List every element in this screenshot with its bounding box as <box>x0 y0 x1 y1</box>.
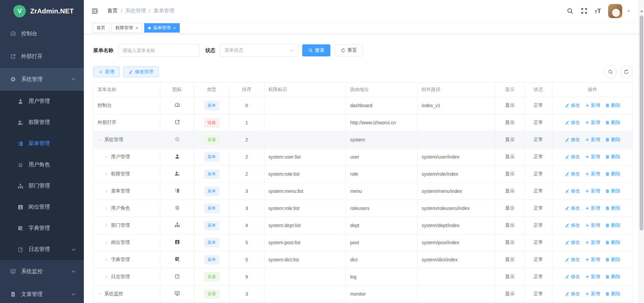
sidebar-item-menu[interactable]: 菜单管理 <box>0 133 84 154</box>
edit-link[interactable]: 修改 <box>565 222 580 228</box>
edit-icon <box>565 172 570 176</box>
delete-link[interactable]: 删除 <box>605 257 621 263</box>
delete-link[interactable]: 删除 <box>605 222 621 228</box>
sidebar-item-post[interactable]: 岗位管理 <box>0 197 84 218</box>
add-link[interactable]: 新增 <box>585 102 600 109</box>
delete-link[interactable]: 删除 <box>605 205 621 211</box>
edit-sort-button[interactable]: 修改排序 <box>123 67 159 77</box>
add-link[interactable]: 新增 <box>585 222 600 228</box>
search-button[interactable]: 搜索 <box>302 44 330 56</box>
collapse-arrow-icon[interactable] <box>104 241 111 245</box>
delete-link[interactable]: 删除 <box>605 137 621 143</box>
search-button-label: 搜索 <box>315 47 324 53</box>
delete-link[interactable]: 删除 <box>605 240 621 246</box>
menu-name: 部门管理 <box>111 222 130 228</box>
collapse-arrow-icon[interactable] <box>104 258 111 262</box>
sidebar-item-log[interactable]: 日志管理 <box>0 239 84 260</box>
menu-name-cell: 菜单管理 <box>98 188 156 194</box>
add-link[interactable]: 新增 <box>585 171 600 177</box>
edit-link[interactable]: 修改 <box>565 102 580 109</box>
sidebar-item-label: 部门管理 <box>29 182 50 189</box>
sidebar-item-roleusers[interactable]: 用户角色 <box>0 154 84 175</box>
sidebar-item-article[interactable]: 文章管理 <box>0 283 84 303</box>
status-select[interactable]: 菜单状态 <box>220 44 298 57</box>
scroll-up-icon[interactable] <box>640 10 643 12</box>
toggle-search-button[interactable] <box>604 66 617 78</box>
tab-home[interactable]: 首页 <box>93 23 109 33</box>
collapse-arrow-icon[interactable] <box>104 275 111 279</box>
caret-down-icon <box>70 291 76 297</box>
fullscreen-button[interactable] <box>581 7 588 14</box>
close-tab-icon[interactable]: × <box>136 26 138 31</box>
component-cell <box>418 114 495 131</box>
edit-link[interactable]: 修改 <box>565 291 580 297</box>
sidebar-item-monitor[interactable]: 系统监控 <box>0 260 84 283</box>
gear-icon <box>10 76 16 82</box>
menu-name-input[interactable] <box>118 44 199 57</box>
collapse-arrow-icon[interactable] <box>104 206 111 210</box>
add-link[interactable]: 新增 <box>585 291 600 297</box>
refresh-table-button[interactable] <box>620 66 633 78</box>
add-link[interactable]: 新增 <box>585 154 600 160</box>
add-link[interactable]: 新增 <box>585 137 600 143</box>
edit-link[interactable]: 修改 <box>565 154 580 160</box>
sidebar-item-dept[interactable]: 部门管理 <box>0 175 84 197</box>
add-link[interactable]: 新增 <box>585 188 600 194</box>
delete-link[interactable]: 删除 <box>605 291 621 297</box>
reset-button[interactable]: 重置 <box>335 44 363 56</box>
tab-menu[interactable]: 菜单管理× <box>144 23 180 33</box>
expand-arrow-icon[interactable] <box>98 138 104 142</box>
collapse-arrow-icon[interactable] <box>98 292 104 296</box>
sidebar-item-dashboard[interactable]: 控制台 <box>0 22 84 45</box>
trash-icon <box>605 172 610 176</box>
collapse-arrow-icon[interactable] <box>104 172 111 176</box>
edit-link[interactable]: 修改 <box>565 240 580 246</box>
sidebar-item-external[interactable]: 外部打开 <box>0 45 84 68</box>
delete-link[interactable]: 删除 <box>605 188 621 194</box>
add-link[interactable]: 新增 <box>585 257 600 263</box>
breadcrumb-home[interactable]: 首页 <box>107 7 118 14</box>
edit-link[interactable]: 修改 <box>565 120 580 126</box>
add-link[interactable]: 新增 <box>585 240 600 246</box>
edit-link[interactable]: 修改 <box>565 274 580 280</box>
route-cell: dict <box>346 251 418 268</box>
add-link[interactable]: 新增 <box>585 120 600 126</box>
avatar[interactable] <box>608 4 622 18</box>
collapse-arrow-icon[interactable] <box>104 155 111 159</box>
edit-link[interactable]: 修改 <box>565 257 580 263</box>
ops-cell: 修改新增删除 <box>552 183 633 200</box>
menu-name-cell: 用户角色 <box>98 205 156 211</box>
close-tab-icon[interactable]: × <box>173 26 176 31</box>
delete-link[interactable]: 删除 <box>605 154 621 160</box>
add-link[interactable]: 新增 <box>585 274 600 280</box>
edit-link[interactable]: 修改 <box>565 171 580 177</box>
menu-name-cell: 日志管理 <box>98 274 156 280</box>
sidebar-item-dict[interactable]: 字典管理 <box>0 218 84 239</box>
edit-link[interactable]: 修改 <box>565 188 580 194</box>
sidebar-item-system[interactable]: 系统管理 <box>0 68 84 91</box>
edit-link[interactable]: 修改 <box>565 137 580 143</box>
sidebar-collapse-button[interactable] <box>91 7 98 15</box>
delete-link[interactable]: 删除 <box>605 120 621 126</box>
add-link[interactable]: 新增 <box>585 205 600 211</box>
sidebar-item-label: 菜单管理 <box>29 140 50 147</box>
avatar-caret-down-icon[interactable] <box>627 9 631 13</box>
tab-role[interactable]: 权限管理× <box>111 23 142 33</box>
edit-link[interactable]: 修改 <box>565 205 580 211</box>
sidebar-item-role[interactable]: 权限管理 <box>0 112 84 133</box>
delete-link[interactable]: 删除 <box>605 102 621 109</box>
perm-cell: system:role:list <box>264 200 346 217</box>
delete-link[interactable]: 删除 <box>605 171 621 177</box>
add-button[interactable]: 新增 <box>93 67 120 77</box>
header-search-button[interactable] <box>567 7 574 14</box>
sidebar-item-label: 控制台 <box>21 30 37 37</box>
collapse-arrow-icon[interactable] <box>104 223 111 227</box>
scrollbar-thumb[interactable] <box>640 15 643 230</box>
collapse-arrow-icon[interactable] <box>104 189 111 193</box>
sidebar-item-user[interactable]: 用户管理 <box>0 91 84 112</box>
sidebar-item-label: 岗位管理 <box>29 204 50 211</box>
font-size-button[interactable]: TT <box>595 8 601 14</box>
delete-link[interactable]: 删除 <box>605 274 621 280</box>
scrollbar[interactable] <box>639 0 644 303</box>
toolbar-right <box>604 66 633 78</box>
